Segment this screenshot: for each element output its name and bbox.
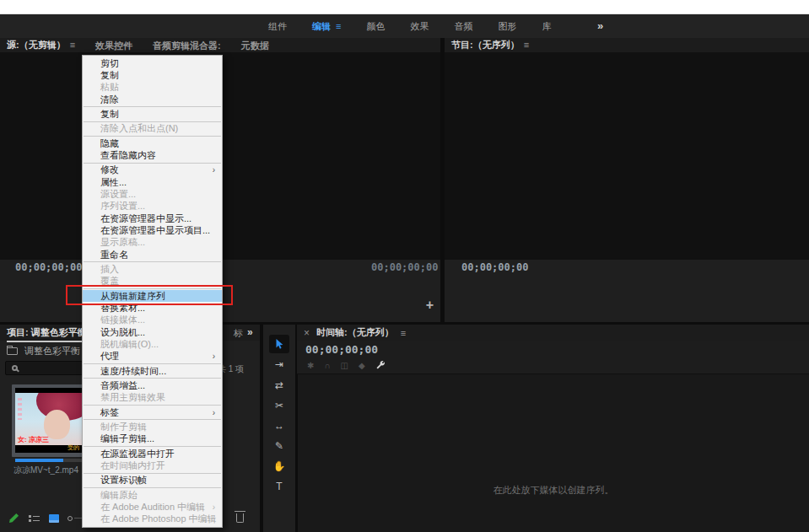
workspace-tab[interactable]: 效果 ≡ — [410, 20, 429, 33]
panel-tab[interactable]: 效果控件 ≡ — [95, 38, 132, 53]
panel-tab[interactable]: 音频剪辑混合器: ≡ — [153, 38, 221, 53]
ripple-edit-tool[interactable]: ⇄ — [269, 376, 289, 395]
project-bin-icon — [7, 347, 18, 355]
panel-menu-icon[interactable]: ≡ — [336, 21, 341, 31]
panel-tab[interactable]: 源:（无剪辑） ≡ — [7, 37, 75, 54]
type-tool[interactable]: T — [269, 477, 289, 496]
list-view-button[interactable] — [29, 504, 40, 532]
workspace-tab[interactable]: 颜色 ≡ — [366, 20, 385, 33]
context-menu-item[interactable]: 属性... › — [83, 176, 222, 188]
thumbnail-subtitle-red: 女: 凉凉三 — [18, 435, 49, 444]
workspace-tab[interactable]: 库 ≡ — [542, 20, 551, 33]
track-select-forward-tool[interactable]: ⇥ — [269, 355, 289, 373]
source-panel-tabs: 源:（无剪辑） ≡ 效果控件 ≡ 音频剪辑混合器: ≡ 元数据 ≡ — [0, 38, 440, 52]
panel-tab[interactable]: 元数据 ≡ — [241, 38, 269, 53]
context-menu-item[interactable]: 代理 › — [83, 351, 222, 363]
timeline-tab-row: × 时间轴:（无序列） ≡ — [297, 325, 809, 341]
list-view-icon — [29, 514, 40, 522]
context-menu-item[interactable]: 清除 › — [83, 94, 222, 105]
nest-sequence-icon[interactable]: ✱ — [307, 361, 314, 370]
context-menu-item[interactable]: 链接媒体... › — [83, 314, 222, 326]
submenu-arrow-icon: › — [213, 502, 215, 512]
context-menu-item[interactable]: 修改 › — [83, 164, 222, 176]
program-viewer — [445, 52, 809, 260]
selection-tool[interactable] — [269, 335, 289, 353]
clip-thumbnail-image: 女: 凉凉三 — [15, 393, 82, 445]
context-menu-item[interactable]: 在资源管理器中显示... › — [83, 212, 222, 224]
context-menu-item[interactable]: 脱机编辑(O)... › — [83, 338, 222, 350]
context-menu-item[interactable]: 在时间轴内打开 › — [83, 459, 222, 471]
context-menu-item[interactable]: 复制 › — [83, 69, 222, 81]
program-tab[interactable]: 节目:（无序列） ≡ — [451, 37, 529, 54]
context-menu-item[interactable]: 复制 › — [83, 108, 222, 120]
timeline-settings-wrench-icon[interactable] — [375, 360, 386, 370]
submenu-arrow-icon: › — [213, 165, 215, 175]
icon-view-button[interactable] — [49, 504, 59, 532]
clip-thumbnail[interactable]: 女: 凉凉三 受的 — [15, 388, 82, 453]
timeline-drop-hint: 在此处放下媒体以创建序列。 — [298, 484, 809, 497]
trash-icon — [236, 513, 244, 523]
panel-overflow-icon[interactable]: » — [247, 326, 253, 338]
slip-tool[interactable]: ↔ — [269, 416, 289, 435]
context-menu-item[interactable]: 音频增益... › — [83, 379, 222, 391]
submenu-arrow-icon: › — [213, 352, 215, 361]
timeline-toolbar: ✱ ∩ ◫ ◆ — [307, 360, 386, 370]
context-menu-item[interactable]: 在 Adobe Audition 中编辑 › — [83, 501, 222, 513]
close-icon[interactable]: × — [304, 327, 310, 339]
clip-item[interactable]: 女: 凉凉三 受的 — [12, 384, 85, 457]
context-menu-item[interactable]: 剪切 › — [83, 57, 222, 69]
panel-menu-icon[interactable]: ≡ — [401, 328, 406, 338]
context-menu-item[interactable]: 在资源管理器中显示项目... › — [83, 224, 222, 236]
workspace-tab[interactable]: 组件 ≡ — [268, 20, 287, 33]
workspace-tab[interactable]: 图形 ≡ — [498, 20, 516, 33]
panel-menu-icon[interactable]: ≡ — [524, 40, 529, 50]
linked-selection-icon[interactable]: ◫ — [341, 361, 348, 370]
context-menu-item[interactable]: 重命名 › — [83, 249, 222, 261]
timeline-drop-area[interactable]: 在此处放下媒体以创建序列。 — [297, 374, 809, 532]
context-menu-item[interactable]: 编辑原始 › — [83, 489, 222, 501]
neighbor-tab[interactable]: 标 — [234, 327, 243, 340]
pen-tool[interactable]: ✎ — [269, 437, 289, 455]
razor-tool[interactable]: ✂ — [269, 396, 289, 415]
workspace-tab[interactable]: 编辑 ≡ — [312, 20, 341, 33]
thumbnail-scrubber[interactable] — [15, 459, 82, 462]
tools-panel: ⇥ ⇄ ✂ ↔ ✎ ✋ T — [263, 325, 295, 532]
workspace-bar: 组件 ≡ 编辑 ≡ 颜色 ≡ 效果 ≡ 音频 ≡ 图形 ≡ 库 ≡ » — [0, 14, 809, 38]
context-menu-item[interactable]: 清除入点和出点(N) › — [83, 123, 222, 135]
timeline-tab[interactable]: 时间轴:（无序列） — [316, 326, 394, 339]
context-menu-item[interactable]: 在 Adobe Photoshop 中编辑 › — [83, 513, 222, 524]
hand-tool[interactable]: ✋ — [269, 457, 289, 476]
workspace-overflow-icon[interactable]: » — [597, 19, 603, 32]
clip-filename[interactable]: 凉凉MV~t_2.mp4 — [13, 465, 86, 476]
context-menu-item[interactable]: 隐藏 › — [83, 137, 222, 149]
source-duration-timecode: 00;00;00;00 — [371, 261, 438, 273]
context-menu-item[interactable]: 在源监视器中打开 › — [83, 448, 222, 459]
thumbnail-scrubber-fill — [15, 459, 63, 462]
context-menu-item[interactable]: 源设置... › — [83, 188, 222, 200]
context-menu-item[interactable]: 制作子剪辑 › — [83, 421, 222, 433]
panel-menu-icon[interactable]: ≡ — [70, 40, 75, 50]
thumbnail-vertical-text — [18, 398, 22, 420]
project-writable-pencil-icon — [8, 504, 19, 532]
annotation-red-rectangle — [66, 285, 233, 305]
snap-icon[interactable]: ∩ — [324, 361, 330, 370]
context-menu-item[interactable]: 查看隐藏内容 › — [83, 149, 222, 161]
app-window: { "menu_bar": { "items": [ {"label": "文件… — [0, 0, 809, 532]
context-menu-item[interactable]: 粘贴 › — [83, 82, 222, 94]
button-editor-icon[interactable]: + — [426, 298, 434, 313]
project-breadcrumb: 调整色彩平衡 — [0, 343, 80, 358]
context-menu-item[interactable]: 显示原稿... › — [83, 237, 222, 249]
context-menu-item[interactable]: 设为脱机... › — [83, 326, 222, 338]
context-menu-item[interactable]: 序列设置... › — [83, 201, 222, 212]
timeline-panel: × 时间轴:（无序列） ≡ 00;00;00;00 ✱ ∩ ◫ ◆ 在此处放下媒… — [297, 325, 809, 532]
add-marker-icon[interactable]: ◆ — [359, 361, 365, 370]
context-menu-item[interactable]: 标签 › — [83, 406, 222, 418]
context-menu-item[interactable]: 插入 › — [83, 263, 222, 275]
delete-button[interactable] — [236, 504, 244, 532]
context-menu-item[interactable]: 设置标识帧 › — [83, 475, 222, 486]
context-menu-item[interactable]: 禁用主剪辑效果 › — [83, 392, 222, 404]
context-menu-item[interactable]: 速度/持续时间... › — [83, 365, 222, 377]
context-menu-item[interactable]: 编辑子剪辑... › — [83, 433, 222, 445]
workspace-tab[interactable]: 音频 ≡ — [454, 20, 472, 33]
project-tab[interactable]: 项目: 调整色彩平衡 — [7, 326, 87, 342]
